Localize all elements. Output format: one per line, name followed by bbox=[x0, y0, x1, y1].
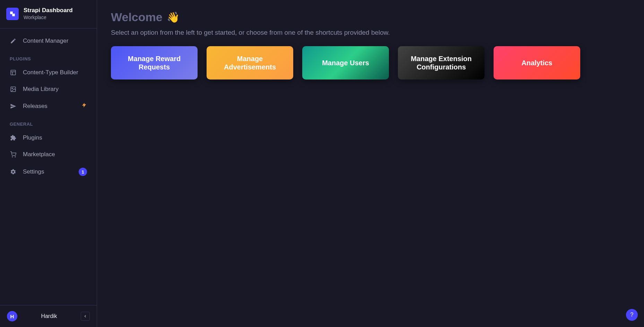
welcome-heading-row: Welcome 👋 bbox=[111, 10, 630, 24]
app-subtitle: Workplace bbox=[24, 15, 73, 20]
sidebar-item-plugins[interactable]: Plugins bbox=[0, 129, 97, 146]
card-label: Manage Reward Requests bbox=[117, 54, 191, 71]
card-label: Manage Advertisements bbox=[213, 54, 287, 71]
sidebar-item-label: Media Library bbox=[23, 86, 59, 93]
sidebar-item-content-manager[interactable]: Content Manager bbox=[0, 33, 97, 49]
user-name[interactable]: Hardik bbox=[22, 313, 76, 319]
sidebar-item-settings[interactable]: Settings 1 bbox=[0, 163, 97, 181]
sidebar-header: Strapi Dashboard Workplace bbox=[0, 0, 97, 28]
help-icon: ? bbox=[630, 312, 634, 318]
wave-emoji-icon: 👋 bbox=[167, 11, 180, 23]
gear-icon bbox=[10, 168, 17, 175]
app-title: Strapi Dashboard bbox=[24, 7, 73, 14]
shortcut-analytics[interactable]: Analytics bbox=[494, 46, 580, 79]
sidebar-item-media-library[interactable]: Media Library bbox=[0, 81, 97, 98]
sidebar-footer: H Hardik bbox=[0, 305, 97, 327]
image-icon bbox=[10, 86, 17, 93]
app-title-block: Strapi Dashboard Workplace bbox=[24, 7, 73, 20]
card-label: Analytics bbox=[522, 59, 552, 67]
shortcut-cards: Manage Reward Requests Manage Advertisem… bbox=[111, 46, 630, 79]
main-content: Welcome 👋 Select an option from the left… bbox=[97, 0, 644, 327]
svg-point-8 bbox=[15, 157, 16, 157]
user-avatar[interactable]: H bbox=[7, 311, 17, 321]
shortcut-manage-extension-configurations[interactable]: Manage Extension Configurations bbox=[398, 46, 485, 79]
welcome-subtitle: Select an option from the left to get st… bbox=[111, 29, 630, 36]
paper-plane-icon bbox=[10, 103, 17, 110]
welcome-title: Welcome bbox=[111, 10, 163, 24]
sidebar-nav: Content Manager PLUGINS Content-Type Bui… bbox=[0, 28, 97, 305]
puzzle-icon bbox=[10, 134, 17, 141]
sidebar-item-marketplace[interactable]: Marketplace bbox=[0, 146, 97, 163]
sidebar-item-label: Content-Type Builder bbox=[23, 69, 78, 76]
sidebar-item-content-type-builder[interactable]: Content-Type Builder bbox=[0, 64, 97, 81]
svg-point-7 bbox=[12, 157, 13, 157]
cart-icon bbox=[10, 151, 17, 158]
svg-rect-1 bbox=[12, 14, 15, 16]
shortcut-manage-reward-requests[interactable]: Manage Reward Requests bbox=[111, 46, 198, 79]
layout-icon bbox=[10, 69, 17, 76]
chevron-left-icon bbox=[83, 314, 87, 318]
pencil-square-icon bbox=[10, 37, 17, 44]
card-label: Manage Users bbox=[322, 59, 369, 67]
sidebar-item-label: Content Manager bbox=[23, 37, 68, 44]
lightning-icon bbox=[81, 102, 87, 110]
collapse-sidebar-button[interactable] bbox=[81, 312, 90, 321]
svg-rect-2 bbox=[11, 70, 16, 75]
sidebar-item-label: Plugins bbox=[23, 134, 42, 141]
shortcut-manage-advertisements[interactable]: Manage Advertisements bbox=[207, 46, 293, 79]
sidebar-section-plugins: PLUGINS bbox=[0, 49, 97, 64]
sidebar-item-label: Releases bbox=[23, 103, 47, 110]
sidebar-item-releases[interactable]: Releases bbox=[0, 98, 97, 115]
sidebar-item-label: Settings bbox=[23, 168, 44, 175]
notification-badge: 1 bbox=[79, 168, 87, 176]
svg-point-6 bbox=[12, 88, 12, 89]
sidebar: Strapi Dashboard Workplace Content Manag… bbox=[0, 0, 97, 327]
shortcut-manage-users[interactable]: Manage Users bbox=[302, 46, 389, 79]
card-label: Manage Extension Configurations bbox=[404, 54, 478, 71]
sidebar-section-general: GENERAL bbox=[0, 115, 97, 129]
strapi-logo-icon bbox=[9, 11, 16, 17]
sidebar-item-label: Marketplace bbox=[23, 151, 55, 158]
help-button[interactable]: ? bbox=[626, 309, 638, 321]
app-logo[interactable] bbox=[6, 8, 19, 20]
